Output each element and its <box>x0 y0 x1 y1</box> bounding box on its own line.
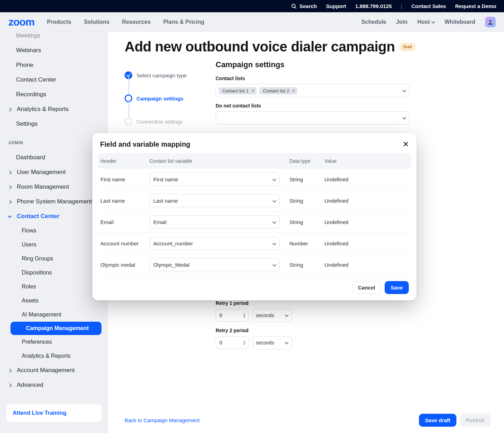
retry2-value: 0 <box>219 340 222 345</box>
chip-label: Contact list 2 <box>263 88 289 93</box>
main-nav: Products Solutions Resources Plans & Pri… <box>47 19 204 25</box>
request-demo-link[interactable]: Request a Demo <box>455 3 496 9</box>
sidebar-item-label: Phone <box>16 62 33 69</box>
sidebar-subitem[interactable]: Campaign Management <box>10 322 102 335</box>
variable-select[interactable]: First name <box>149 173 280 186</box>
sidebar-item[interactable]: Phone System Management <box>6 194 102 209</box>
sidebar-subitem[interactable]: Ring Groups <box>6 252 102 266</box>
modal-footer: Cancel Save <box>92 275 416 294</box>
sidebar-subitem[interactable]: Analytics & Reports <box>6 349 102 363</box>
close-icon[interactable]: ✕ <box>403 140 409 148</box>
training-card[interactable]: Attend Live Training <box>6 404 102 422</box>
step-label: Connection settings <box>136 119 183 125</box>
table-row: First nameFirst nameStringUndefined <box>98 169 411 190</box>
sidebar-item-label: Settings <box>16 120 37 127</box>
retry1-row: 0 ▲▼ seconds <box>216 309 426 322</box>
modal-header: Field and variable mapping ✕ <box>92 140 416 153</box>
sidebar-item-contact-center[interactable]: Contact Center <box>6 209 102 224</box>
back-link[interactable]: Back to Campaign Management <box>125 417 200 423</box>
step-dot-done <box>125 71 132 79</box>
section-heading: Campaign settings <box>216 60 426 69</box>
sidebar-item[interactable]: Recordings <box>6 87 102 102</box>
retry1-unit-select[interactable]: seconds <box>253 309 292 322</box>
phone-link[interactable]: 1.888.799.0125 <box>355 3 392 9</box>
sidebar-item[interactable]: Room Management <box>6 180 102 194</box>
cell-value: Undefined <box>324 176 408 182</box>
number-spinner[interactable]: ▲▼ <box>243 340 246 345</box>
sidebar-subitem[interactable]: Preferences <box>6 335 102 349</box>
search-link[interactable]: Search <box>291 3 317 9</box>
sidebar-subitem[interactable]: Users <box>6 238 102 252</box>
sidebar-item-label: Meetings <box>16 32 40 39</box>
cell-header: Olympic medal <box>100 262 149 268</box>
sidebar-subitem[interactable]: AI Management <box>6 308 102 322</box>
contact-lists-select[interactable]: Contact list 1 ✕ Contact list 2 ✕ <box>216 84 410 97</box>
number-spinner[interactable]: ▲▼ <box>243 313 246 318</box>
sidebar-cc-submenu: FlowsUsersRing GroupsDispositionsRolesAs… <box>6 224 102 363</box>
step-label: Select campaign type <box>136 72 187 78</box>
sidebar-subitem[interactable]: Roles <box>6 280 102 294</box>
nav-host[interactable]: Host <box>417 19 435 25</box>
page-title: Add new outbound voice dialer campaign <box>125 39 395 55</box>
cell-header: Last name <box>100 198 149 204</box>
cell-header: Email <box>100 219 149 225</box>
check-icon <box>127 72 130 78</box>
chevron-down-icon <box>403 115 406 121</box>
sidebar-subitem[interactable]: Assets <box>6 294 102 308</box>
table-row: EmailEmailStringUndefined <box>98 211 411 233</box>
nav-resources[interactable]: Resources <box>122 19 151 25</box>
cell-header: First name <box>100 176 149 182</box>
sidebar-item-label: Account Management <box>17 367 75 374</box>
nav-solutions[interactable]: Solutions <box>84 19 110 25</box>
variable-select[interactable]: Account_number <box>149 237 280 250</box>
nav-schedule[interactable]: Schedule <box>361 19 386 25</box>
retry2-number[interactable]: 0 ▲▼ <box>216 336 248 349</box>
dnc-select[interactable] <box>216 111 410 125</box>
step-campaign-settings[interactable]: Campaign settings <box>125 87 202 110</box>
nav-plans[interactable]: Plans & Pricing <box>163 19 204 25</box>
chevron-down-icon <box>432 19 435 25</box>
chip-remove-icon[interactable]: ✕ <box>251 89 254 93</box>
sidebar-item[interactable]: Meetings <box>6 32 102 43</box>
support-link[interactable]: Support <box>326 3 346 9</box>
zoom-logo[interactable]: zoom <box>8 16 34 28</box>
variable-select[interactable]: Email <box>149 215 280 229</box>
sidebar-item[interactable]: Settings <box>6 117 102 131</box>
sidebar-item[interactable]: Contact Center <box>6 72 102 87</box>
step-connection-settings[interactable]: Connection settings <box>125 110 202 133</box>
global-topbar: Search Support 1.888.799.0125 | Contact … <box>0 0 504 12</box>
save-draft-button[interactable]: Save draft <box>419 414 456 427</box>
retry1-number[interactable]: 0 ▲▼ <box>216 309 248 322</box>
save-button[interactable]: Save <box>385 281 409 294</box>
mapping-table: Header Contact list variable Data type V… <box>98 153 411 275</box>
sidebar-item[interactable]: Webinars <box>6 43 102 58</box>
sidebar-item-label: Dashboard <box>16 154 45 161</box>
variable-select[interactable]: Last name <box>149 194 280 207</box>
nav-whiteboard[interactable]: Whiteboard <box>444 19 475 25</box>
cell-type: String <box>289 176 324 182</box>
sidebar-subitem[interactable]: Flows <box>6 224 102 238</box>
retry2-unit-select[interactable]: seconds <box>253 336 292 349</box>
variable-select[interactable]: Olympic_Medal <box>149 258 280 271</box>
chip-remove-icon[interactable]: ✕ <box>292 89 295 93</box>
nav-products[interactable]: Products <box>47 19 71 25</box>
sidebar-item[interactable]: Dashboard <box>6 150 102 165</box>
sidebar-item[interactable]: Analytics & Reports <box>6 102 102 117</box>
chevron-right-icon <box>8 169 13 176</box>
cancel-button[interactable]: Cancel <box>352 281 381 294</box>
avatar[interactable] <box>485 17 496 27</box>
cell-type: String <box>289 219 324 225</box>
chevron-right-icon <box>8 106 13 113</box>
sidebar-item[interactable]: Advanced <box>6 378 102 392</box>
chevron-right-icon <box>8 367 13 374</box>
sidebar-item[interactable]: User Management <box>6 165 102 180</box>
variable-value: Last name <box>153 198 178 204</box>
step-select-type[interactable]: Select campaign type <box>125 64 202 87</box>
contact-sales-link[interactable]: Contact Sales <box>411 3 446 9</box>
sidebar-item-label: Phone System Management <box>17 198 92 205</box>
chevron-down-icon <box>273 198 276 204</box>
sidebar-item[interactable]: Phone <box>6 58 102 72</box>
nav-join[interactable]: Join <box>396 19 408 25</box>
sidebar-item[interactable]: Account Management <box>6 363 102 378</box>
sidebar-subitem[interactable]: Dispositions <box>6 266 102 280</box>
